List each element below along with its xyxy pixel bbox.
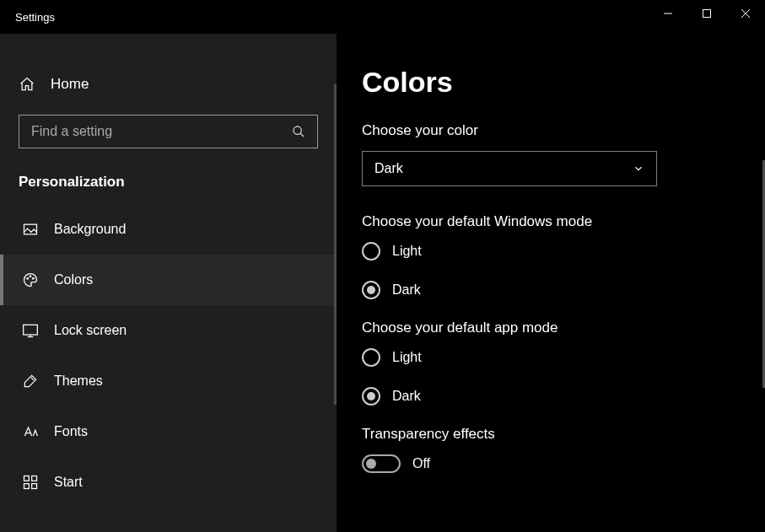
fonts-icon: [22, 423, 39, 440]
transparency-toggle-row[interactable]: Off: [362, 454, 740, 473]
choose-color-dropdown[interactable]: Dark: [362, 151, 657, 186]
palette-icon: [22, 271, 39, 288]
radio-label: Light: [392, 350, 422, 365]
radio-icon: [362, 242, 380, 261]
close-icon: [741, 9, 750, 18]
chevron-down-icon: [633, 163, 644, 175]
windows-mode-light[interactable]: Light: [362, 242, 740, 261]
svg-rect-6: [24, 224, 37, 234]
sidebar-item-label: Lock screen: [54, 323, 127, 338]
sidebar-item-label: Colors: [54, 272, 93, 287]
search-input[interactable]: [31, 124, 292, 139]
svg-point-9: [33, 278, 35, 280]
sidebar-item-label: Background: [54, 222, 126, 237]
start-icon: [22, 474, 39, 491]
windows-mode-dark[interactable]: Dark: [362, 281, 740, 299]
minimize-icon: [664, 9, 672, 18]
svg-line-13: [31, 378, 34, 380]
app-mode-label: Choose your default app mode: [362, 320, 740, 336]
sidebar-item-background[interactable]: Background: [0, 204, 337, 255]
svg-point-8: [30, 276, 31, 277]
svg-point-7: [27, 278, 29, 280]
radio-label: Dark: [392, 282, 421, 298]
sidebar-item-themes[interactable]: Themes: [0, 356, 337, 406]
svg-rect-10: [24, 325, 38, 335]
radio-label: Dark: [392, 389, 421, 404]
sidebar: Home Personalization Background: [0, 34, 337, 532]
titlebar: Settings: [0, 0, 765, 34]
svg-rect-18: [32, 484, 37, 489]
transparency-value: Off: [412, 456, 430, 471]
page-title: Colors: [362, 66, 740, 99]
svg-line-5: [300, 133, 304, 137]
sidebar-item-label: Themes: [54, 373, 103, 389]
maximize-icon: [703, 9, 711, 18]
sidebar-item-start[interactable]: Start: [0, 457, 337, 508]
svg-rect-15: [24, 476, 30, 481]
svg-rect-16: [32, 476, 37, 481]
sidebar-home-label: Home: [51, 76, 89, 93]
sidebar-item-label: Start: [54, 475, 83, 490]
sidebar-item-label: Fonts: [54, 424, 88, 439]
sidebar-nav: Background Colors Lock screen: [0, 204, 337, 532]
windows-mode-label: Choose your default Windows mode: [362, 213, 740, 230]
lock-screen-icon: [22, 322, 39, 339]
search-box[interactable]: [19, 115, 318, 148]
maximize-button[interactable]: [687, 0, 726, 27]
sidebar-item-colors[interactable]: Colors: [0, 255, 337, 305]
home-icon: [19, 76, 35, 93]
radio-label: Light: [392, 244, 422, 259]
app-mode-light[interactable]: Light: [362, 348, 740, 367]
radio-icon: [362, 348, 380, 367]
close-button[interactable]: [726, 0, 765, 27]
image-icon: [22, 221, 39, 238]
sidebar-home[interactable]: Home: [0, 66, 337, 103]
transparency-label: Transparency effects: [362, 426, 740, 443]
radio-icon: [362, 387, 380, 406]
toggle-off-icon: [362, 454, 401, 473]
sidebar-item-fonts[interactable]: Fonts: [0, 406, 337, 457]
search-icon: [292, 125, 305, 138]
app-mode-dark[interactable]: Dark: [362, 387, 740, 406]
minimize-button[interactable]: [649, 0, 687, 27]
radio-icon: [362, 281, 380, 299]
sidebar-category: Personalization: [0, 148, 337, 204]
window-title: Settings: [0, 11, 55, 24]
choose-color-value: Dark: [374, 161, 403, 176]
svg-point-4: [294, 126, 301, 134]
svg-rect-1: [703, 10, 711, 18]
sidebar-item-lock-screen[interactable]: Lock screen: [0, 305, 337, 356]
svg-rect-17: [24, 484, 30, 489]
window-controls: [649, 0, 765, 27]
content: Colors Choose your color Dark Choose you…: [337, 34, 765, 532]
choose-color-label: Choose your color: [362, 122, 740, 139]
themes-icon: [22, 373, 39, 390]
